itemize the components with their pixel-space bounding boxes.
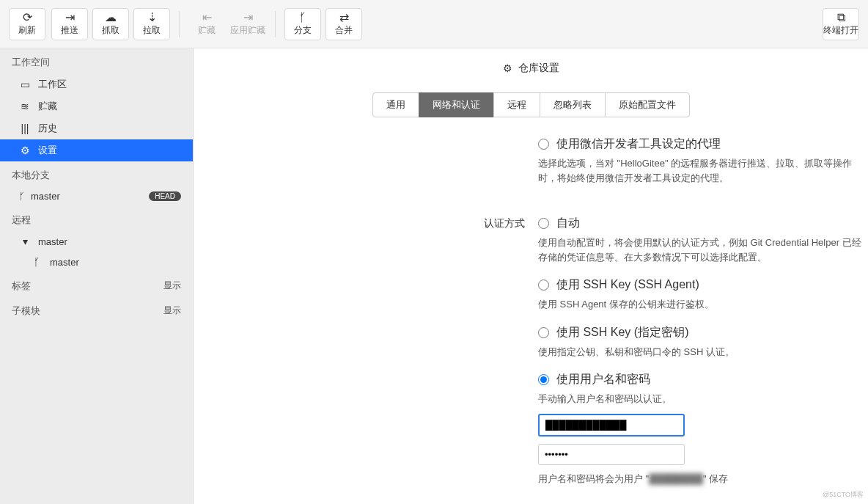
proxy-desc: 选择此选项，当对 "HelloGitee" 的远程服务器进行推送、拉取、抓取等操… [538, 156, 868, 185]
merge-icon: ⇄ [339, 11, 349, 24]
main-header: ⚙ 仓库设置 [194, 48, 868, 82]
branch-icon: ᚶ [299, 11, 306, 24]
gear-icon: ⚙ [19, 145, 31, 156]
branch-small-icon: ᚶ [31, 256, 43, 268]
local-branch-master[interactable]: ᚶmaster HEAD [0, 186, 193, 206]
remote-master-item[interactable]: ᚶmaster [0, 252, 193, 272]
head-badge: HEAD [149, 191, 181, 201]
branch-small-icon: ᚶ [19, 191, 25, 202]
push-button[interactable]: ⇥推送 [51, 8, 88, 40]
folder-icon: ▭ [19, 78, 31, 90]
sidebar: 工作空间 ▭工作区 ≋贮藏 |||历史 ⚙设置 本地分支 ᚶmaster HEA… [0, 48, 194, 504]
auth-userpass-option: 使用用户名和密码 手动输入用户名和密码以认证。 用户名和密码将会为用户 "███… [538, 372, 868, 486]
tab-remote[interactable]: 远程 [493, 92, 540, 117]
sidebar-item-history[interactable]: |||历史 [0, 117, 193, 139]
sidebar-item-workarea[interactable]: ▭工作区 [0, 73, 193, 95]
workspace-section-title: 工作空间 [0, 48, 193, 73]
refresh-icon: ⟳ [23, 11, 32, 24]
remote-master-group[interactable]: ▾master [0, 231, 193, 252]
terminal-icon: ⧉ [837, 11, 845, 24]
tab-rawconfig[interactable]: 原始配置文件 [605, 92, 690, 117]
stash-icon: ⇤ [202, 11, 212, 24]
auth-userpass-radio[interactable] [538, 374, 549, 385]
tags-show-link[interactable]: 显示 [163, 280, 181, 293]
watermark: @51CTO博客 [823, 490, 864, 500]
auth-ssh-key-option: 使用 SSH Key (指定密钥) 使用指定公钥、私钥和密码口令的 SSH 认证… [538, 325, 868, 359]
local-branch-section-title: 本地分支 [0, 161, 193, 186]
auth-auto-radio[interactable] [538, 218, 549, 229]
apply-stash-icon: ⇥ [243, 11, 253, 24]
fetch-icon: ☁ [105, 11, 117, 24]
main-panel: ⚙ 仓库设置 通用 网络和认证 远程 忽略列表 原始配置文件 使用微信开发者工具… [194, 48, 868, 504]
tags-section: 标签 显示 [0, 272, 193, 297]
branch-button[interactable]: ᚶ分支 [284, 8, 321, 40]
gear-icon: ⚙ [503, 62, 512, 74]
page-title: 仓库设置 [518, 62, 559, 75]
refresh-button[interactable]: ⟳刷新 [9, 8, 45, 40]
tab-network[interactable]: 网络和认证 [419, 92, 494, 117]
auth-ssh-agent-radio[interactable] [538, 280, 549, 291]
proxy-radio[interactable] [538, 139, 549, 150]
stash-button: ⇤贮藏 [188, 8, 225, 40]
toolbar: ⟳刷新 ⇥推送 ☁抓取 ⇣拉取 ⇤贮藏 ⇥应用贮藏 ᚶ分支 ⇄合并 ⧉终端打开 [0, 0, 868, 48]
password-input[interactable] [538, 444, 685, 465]
history-icon: ||| [19, 123, 31, 134]
tabs: 通用 网络和认证 远程 忽略列表 原始配置文件 [194, 92, 868, 117]
username-input[interactable] [538, 414, 685, 437]
sidebar-item-settings[interactable]: ⚙设置 [0, 139, 193, 161]
credential-note: 用户名和密码将会为用户 "████████" 保存 [538, 472, 868, 486]
submodules-title: 子模块 [12, 304, 40, 318]
submodules-section: 子模块 显示 [0, 297, 193, 322]
chevron-down-icon: ▾ [19, 235, 31, 247]
tab-general[interactable]: 通用 [372, 92, 419, 117]
apply-stash-button: ⇥应用贮藏 [229, 8, 266, 40]
terminal-button[interactable]: ⧉终端打开 [823, 8, 859, 40]
auth-ssh-agent-option: 使用 SSH Key (SSH Agent) 使用 SSH Agent 保存的公… [538, 277, 868, 312]
tags-title: 标签 [12, 280, 31, 293]
proxy-option: 使用微信开发者工具设定的代理 选择此选项，当对 "HelloGitee" 的远程… [538, 136, 868, 185]
auth-auto-option: 自动 使用自动配置时，将会使用默认的认证方式，例如 Git Credential… [538, 216, 868, 264]
pull-button[interactable]: ⇣拉取 [133, 8, 170, 40]
push-icon: ⇥ [65, 11, 75, 24]
auth-ssh-key-radio[interactable] [538, 327, 549, 338]
tab-ignore[interactable]: 忽略列表 [540, 92, 606, 117]
merge-button[interactable]: ⇄合并 [326, 8, 362, 40]
auth-section-label: 认证方式 [450, 216, 538, 499]
stash-list-icon: ≋ [19, 101, 31, 112]
pull-icon: ⇣ [147, 11, 157, 24]
remote-section-title: 远程 [0, 206, 193, 231]
fetch-button[interactable]: ☁抓取 [92, 8, 129, 40]
submodules-show-link[interactable]: 显示 [163, 304, 181, 318]
sidebar-item-stash[interactable]: ≋贮藏 [0, 95, 193, 117]
proxy-title: 使用微信开发者工具设定的代理 [556, 136, 721, 152]
